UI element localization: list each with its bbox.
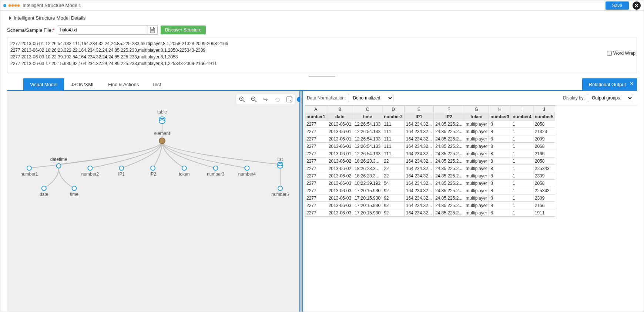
- table-cell: 2277: [305, 209, 327, 217]
- table-cell: 164.234.32...: [404, 135, 433, 143]
- table-cell: multiplayer: [464, 202, 489, 209]
- node-number3[interactable]: [214, 166, 218, 170]
- table-row[interactable]: 22772013-06-0310:22:39.19254164.234.32..…: [305, 180, 555, 187]
- table-row[interactable]: 22772013-06-0112:26:54.133111164.234.32.…: [305, 121, 555, 128]
- node-datetime-label: datetime: [50, 157, 67, 162]
- node-element[interactable]: [159, 138, 165, 144]
- grid-col-letter[interactable]: J: [533, 106, 555, 113]
- graph-toolbar: [236, 94, 296, 105]
- file-input-wrapper: [58, 25, 158, 35]
- file-browse-button[interactable]: [148, 26, 157, 34]
- grid-col-letter[interactable]: G: [464, 106, 489, 113]
- node-element-label: element: [154, 131, 170, 136]
- grid-col-header[interactable]: date: [327, 113, 353, 121]
- node-list[interactable]: [278, 162, 283, 168]
- table-row[interactable]: 22772013-06-0317:20:15.93092164.234.32..…: [305, 187, 555, 194]
- node-token[interactable]: [182, 166, 187, 170]
- grid-header-row: number1datetimenumber2IP1IP2tokennumber3…: [305, 113, 555, 121]
- tab-find-actions[interactable]: Find & Actions: [101, 78, 145, 90]
- table-cell: 12:26:54.133: [353, 128, 382, 135]
- table-cell: 10:22:39.192: [353, 180, 382, 187]
- node-number5[interactable]: [278, 186, 282, 191]
- data-normalization-select[interactable]: Denormalized: [349, 94, 393, 102]
- grid-col-letter[interactable]: I: [511, 106, 533, 113]
- table-cell: 2013-06-03: [327, 202, 353, 209]
- table-row[interactable]: 22772013-06-0317:20:15.93092164.234.32..…: [305, 194, 555, 202]
- table-row[interactable]: 22772013-06-0218:26:23.3...22164.234.32.…: [305, 165, 555, 172]
- file-input[interactable]: [58, 27, 148, 33]
- grid-col-header[interactable]: number4: [511, 113, 533, 121]
- table-row[interactable]: 22772013-06-0218:26:23.3...22164.234.32.…: [305, 157, 555, 165]
- table-cell: multiplayer: [464, 180, 489, 187]
- table-row[interactable]: 22772013-06-0112:26:54.133111164.234.32.…: [305, 143, 555, 150]
- sample-data-box[interactable]: 2277,2013-06-01 12:26:54.133,111,164.234…: [7, 38, 637, 73]
- table-row[interactable]: 22772013-06-0317:20:15.93092164.234.32..…: [305, 209, 555, 217]
- grid-col-header[interactable]: IP2: [433, 113, 464, 121]
- grid-col-header[interactable]: number1: [305, 113, 327, 121]
- grid-col-letter[interactable]: B: [327, 106, 353, 113]
- output-grid-wrapper[interactable]: ABCDEFGHIJ number1datetimenumber2IP1IP2t…: [305, 105, 637, 217]
- fit-button[interactable]: [286, 96, 293, 103]
- table-row[interactable]: 22772013-06-0218:26:23.3...22164.234.32.…: [305, 172, 555, 180]
- save-button[interactable]: Save: [606, 1, 629, 10]
- grid-col-header[interactable]: IP1: [404, 113, 433, 121]
- node-date[interactable]: [42, 186, 46, 191]
- node-time[interactable]: [72, 186, 77, 191]
- details-expander[interactable]: Intelligent Structure Model Details: [7, 15, 637, 21]
- zoom-out-button[interactable]: [250, 96, 258, 103]
- grid-col-header[interactable]: number2: [382, 113, 405, 121]
- table-cell: 2277: [305, 121, 327, 128]
- node-number4[interactable]: [245, 166, 249, 170]
- grid-col-header[interactable]: time: [353, 113, 382, 121]
- table-cell: 92: [382, 209, 405, 217]
- node-table[interactable]: [159, 117, 165, 123]
- horizontal-splitter[interactable]: [7, 73, 637, 78]
- node-datetime[interactable]: [57, 164, 61, 168]
- app-window: Intelligent Structure Model1 Save ✕ Inte…: [0, 0, 644, 312]
- table-cell: 2277: [305, 143, 327, 150]
- svg-point-23: [182, 166, 187, 170]
- discover-structure-button[interactable]: Discover Structure: [161, 26, 206, 34]
- table-cell: multiplayer: [464, 165, 489, 172]
- node-ip2[interactable]: [151, 166, 155, 170]
- grid-col-letter[interactable]: D: [382, 106, 405, 113]
- splitter-handle[interactable]: [297, 97, 300, 102]
- redo-button[interactable]: [262, 96, 269, 103]
- table-cell: 1: [511, 121, 533, 128]
- display-by-select[interactable]: Output groups: [588, 94, 633, 102]
- table-row[interactable]: 22772013-06-0112:26:54.133111164.234.32.…: [305, 150, 555, 157]
- zoom-in-button[interactable]: [238, 96, 246, 103]
- table-cell: 2013-06-01: [327, 143, 353, 150]
- close-button[interactable]: ✕: [633, 1, 641, 10]
- undo-button[interactable]: [274, 96, 281, 103]
- table-row[interactable]: 22772013-06-0112:26:54.133111164.234.32.…: [305, 128, 555, 135]
- grid-col-header[interactable]: number5: [533, 113, 555, 121]
- wordwrap-label: Word Wrap: [613, 51, 635, 56]
- grid-col-letter[interactable]: F: [433, 106, 464, 113]
- table-row[interactable]: 22772013-06-0112:26:54.133111164.234.32.…: [305, 135, 555, 143]
- grid-col-letter[interactable]: A: [305, 106, 327, 113]
- node-number4-label: number4: [238, 172, 256, 177]
- table-row[interactable]: 22772013-06-0317:20:15.93092164.234.32..…: [305, 202, 555, 209]
- grid-col-header[interactable]: token: [464, 113, 489, 121]
- table-cell: 24.85.225.2...: [433, 121, 464, 128]
- grid-col-header[interactable]: number3: [489, 113, 511, 121]
- grid-col-letter[interactable]: E: [404, 106, 433, 113]
- grid-col-letter[interactable]: H: [489, 106, 511, 113]
- close-panel-icon[interactable]: ✕: [630, 81, 634, 87]
- data-normalization-label: Data Normalization:: [307, 95, 346, 101]
- tab-relational-output[interactable]: Relational Output ✕: [582, 78, 637, 90]
- wordwrap-checkbox[interactable]: [607, 51, 612, 56]
- tab-test[interactable]: Test: [145, 78, 168, 90]
- node-number1[interactable]: [27, 166, 31, 170]
- svg-line-12: [290, 100, 291, 101]
- tab-visual-model[interactable]: Visual Model: [23, 78, 64, 90]
- table-cell: 8: [489, 150, 511, 157]
- node-number2[interactable]: [88, 166, 92, 170]
- visual-model-pane[interactable]: table element number1 datetime: [7, 91, 300, 312]
- tab-json-xml[interactable]: JSON/XML: [64, 78, 101, 90]
- table-cell: 2166: [533, 202, 555, 209]
- node-ip1[interactable]: [119, 166, 124, 170]
- table-cell: multiplayer: [464, 150, 489, 157]
- grid-col-letter[interactable]: C: [353, 106, 382, 113]
